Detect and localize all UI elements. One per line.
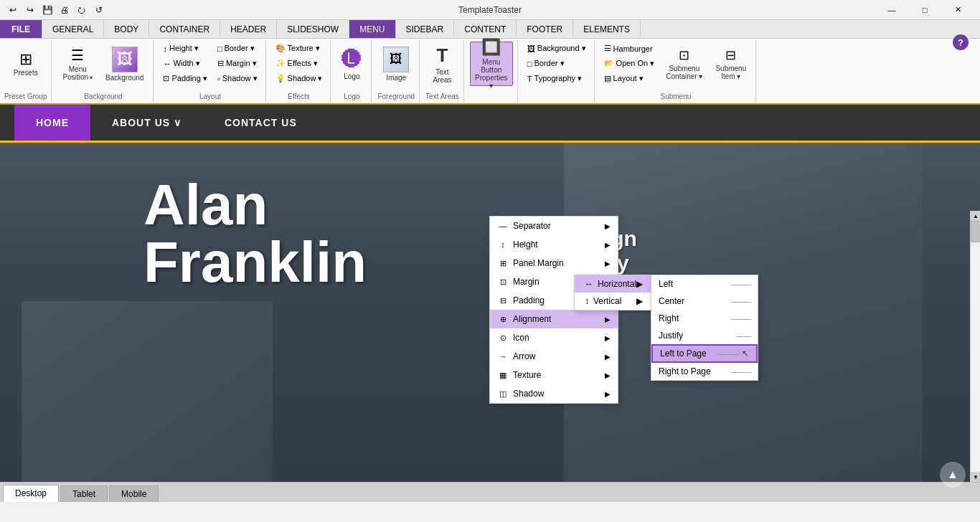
tab-content[interactable]: CONTENT [454,20,517,38]
dropdown-item-texture[interactable]: ▦ Texture ▶ [490,366,618,384]
save-button-qa[interactable]: 💾 [40,3,55,17]
menu-position-icon: ☰ [71,47,84,64]
logo-group-label: Logo [344,92,359,100]
vertical-arrow: ▶ [636,296,643,306]
menu-button-properties-button[interactable]: 🔲 Menu ButtonProperties ▾ [470,42,513,86]
open-on-button[interactable]: 📂Open On ▾ [600,57,659,70]
tab-menu[interactable]: MENU [349,20,395,38]
tab-footer[interactable]: FOOTER [517,20,573,38]
title-bar: ↩ ↪ 💾 🖨 ⭮ ↺ TemplateToaster — □ ✕ [0,0,980,20]
scroll-down-arrow[interactable]: ▼ [971,472,980,482]
submenu-item-vertical[interactable]: ↕ Vertical ▶ [575,293,653,310]
right-scrollbar[interactable]: ▲ ▼ [970,211,980,482]
cursor-indicator: ↖ [742,348,749,359]
image-icon: 🖼 [383,47,409,72]
dropdown-item-separator[interactable]: — Separator ▶ [490,217,618,235]
main-content: HOME ABOUT US ∨ CONTACT US Alan Franklin… [0,105,980,502]
print-button[interactable]: 🖨 [57,3,72,17]
menu-position-button[interactable]: ☰ MenuPosition▾ [57,42,98,86]
scroll-thumb[interactable] [971,221,980,242]
tab-file[interactable]: FILE [0,20,42,38]
right-to-page-label: Right to Page [659,366,711,376]
background2-button[interactable]: 🖼Background ▾ [524,42,590,55]
effects-group-label: Effects [288,92,309,100]
text-areas-button[interactable]: T TextAreas [427,42,457,86]
dropdown-item-alignment[interactable]: ⊕ Alignment ▶ [490,310,618,328]
close-button[interactable]: ✕ [941,0,974,20]
tab-header[interactable]: HEADER [220,20,277,38]
alignment-icon: ⊕ [497,313,509,325]
ribbon-group-preset: ⊞ Presets Preset Group [0,40,52,102]
center-dash: ——— [731,298,750,305]
align-option-justify[interactable]: Justify — — [651,327,758,344]
background-button[interactable]: 🖼 Background [100,42,149,86]
separator-arrow: ▶ [605,222,611,230]
maximize-button[interactable]: □ [908,0,941,20]
tab-elements[interactable]: ELEMENTS [573,20,641,38]
dropdown-item-height[interactable]: ↕ Height ▶ [490,235,618,254]
texture-button[interactable]: 🎨Texture ▾ [272,42,326,55]
panel-margin-arrow: ▶ [605,260,611,267]
submenu-item-button[interactable]: ⊟ SubmenuItem ▾ [710,42,751,86]
scroll-up-arrow[interactable]: ▲ [971,211,980,221]
dropdown-item-icon[interactable]: ⊙ Icon ▶ [490,328,618,347]
align-option-right[interactable]: Right ——— [651,310,758,327]
redo-button[interactable]: ↪ [23,3,37,17]
ribbon-group-text-areas: T TextAreas Text Areas [421,40,464,102]
tab-sidebar[interactable]: SIDEBAR [396,20,455,38]
preview-nav: HOME ABOUT US ∨ CONTACT US [0,105,980,141]
logo-button[interactable]: 🅛 Logo [336,42,367,86]
align-option-right-to-page[interactable]: Right to Page ——— [651,363,758,380]
shadow-label: Shadow [513,389,544,399]
tab-tablet[interactable]: Tablet [60,485,108,502]
tab-general[interactable]: GENERAL [42,20,104,38]
padding-button[interactable]: ⊡Padding ▾ [159,72,210,85]
layout-button[interactable]: ▤Layout ▾ [600,72,659,85]
effects-button[interactable]: ✨Effects ▾ [272,57,326,70]
quick-access-toolbar: ↩ ↪ 💾 🖨 ⭮ ↺ [6,3,106,17]
hero-name-first: Alan [143,176,367,234]
dropdown-item-panel-margin[interactable]: ⊞ Panel Margin ▶ [490,254,618,272]
nav-contact[interactable]: CONTACT US [203,105,319,141]
hamburger-button[interactable]: ☰Hamburger [600,42,659,55]
align-option-center[interactable]: Center ——— [651,293,758,310]
left-label: Left [659,279,673,289]
undo-button[interactable]: ↩ [6,3,20,17]
typography-button[interactable]: TTypography ▾ [524,72,590,85]
ribbon-tabs: FILE GENERAL BODY CONTAINER HEADER SLIDE… [0,20,980,39]
scroll-up-button[interactable]: ▲ [940,462,966,488]
presets-button[interactable]: ⊞ Presets [9,42,43,86]
height-button[interactable]: ↕Height ▾ [159,42,210,55]
icon-label: Icon [513,333,529,343]
shadow-arrow: ▶ [605,390,611,398]
width-button[interactable]: ↔Width ▾ [159,57,210,70]
hero-text: Alan Franklin [57,176,367,291]
shadow-button-layout[interactable]: ▫Shadow ▾ [214,72,261,85]
scroll-track [971,221,980,472]
align-option-left-to-page[interactable]: Left to Page ——— ↖ [651,344,758,363]
tab-container[interactable]: CONTAINER [149,20,220,38]
dropdown-item-arrow[interactable]: → Arrow ▶ [490,347,618,366]
submenu-container-button[interactable]: ⊡ SubmenuContainer ▾ [661,42,707,86]
minimize-button[interactable]: — [875,0,908,20]
border-button[interactable]: □Border ▾ [214,42,261,55]
refresh-button[interactable]: ⭮ [75,3,89,17]
align-option-left[interactable]: Left ——— [651,275,758,293]
tab-body[interactable]: BODY [104,20,149,38]
reset-button[interactable]: ↺ [92,3,106,17]
image-button[interactable]: 🖼 Image [378,42,414,86]
tab-slideshow[interactable]: SLIDESHOW [277,20,349,38]
margin-button[interactable]: ⊟Margin ▾ [214,57,261,70]
vertical-icon: ↕ [585,296,589,306]
tab-mobile[interactable]: Mobile [109,485,159,502]
right-label: Right [659,313,679,323]
nav-about[interactable]: ABOUT US ∨ [90,105,203,141]
submenu-item-horizontal[interactable]: ↔ Horizontal ▶ [575,275,653,293]
dropdown-item-shadow[interactable]: ◫ Shadow ▶ [490,384,618,403]
separator-label: Separator [513,221,551,231]
help-button[interactable]: ? [953,34,969,50]
tab-desktop[interactable]: Desktop [3,485,59,502]
border2-button[interactable]: □Border ▾ [524,57,590,70]
shadow-button-effects[interactable]: 💡Shadow ▾ [272,72,326,85]
nav-home[interactable]: HOME [14,105,90,141]
